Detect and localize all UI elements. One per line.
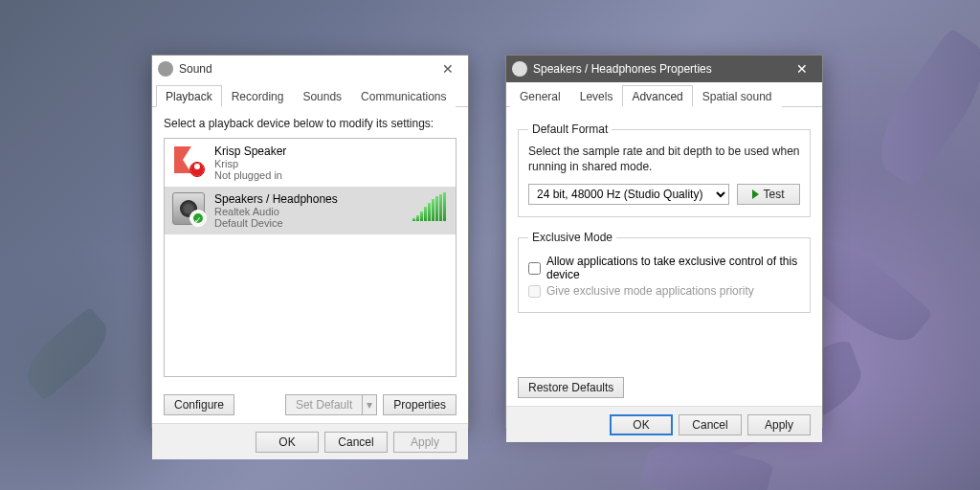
device-vendor: Krisp	[214, 158, 286, 169]
tabs: General Levels Advanced Spatial sound	[506, 84, 822, 107]
tab-recording[interactable]: Recording	[222, 85, 294, 107]
instruction-text: Select a playback device below to modify…	[164, 117, 457, 130]
apply-button[interactable]: Apply	[747, 414, 811, 435]
titlebar[interactable]: Sound ✕	[152, 56, 468, 82]
cancel-button[interactable]: Cancel	[324, 432, 388, 453]
default-check-icon: ✓	[191, 212, 205, 225]
tab-playback[interactable]: Playback	[156, 85, 222, 107]
exclusive-control-checkbox[interactable]: Allow applications to take exclusive con…	[528, 255, 800, 281]
device-name: Speakers / Headphones	[214, 192, 338, 206]
test-button[interactable]: Test	[737, 184, 800, 205]
exclusive-mode-group: Exclusive Mode Allow applications to tak…	[518, 231, 811, 313]
properties-button[interactable]: Properties	[383, 394, 457, 415]
speaker-icon	[158, 61, 173, 77]
device-name: Krisp Speaker	[214, 145, 286, 158]
exclusive-priority-checkbox[interactable]: Give exclusive mode applications priorit…	[528, 284, 800, 298]
default-format-desc: Select the sample rate and bit depth to …	[528, 144, 800, 174]
device-list[interactable]: Krisp Speaker Krisp Not plugged in ✓ Spe…	[164, 138, 457, 377]
cancel-button[interactable]: Cancel	[679, 414, 742, 435]
speaker-icon	[512, 61, 527, 77]
tab-sounds[interactable]: Sounds	[293, 85, 351, 107]
tab-communications[interactable]: Communications	[351, 85, 456, 107]
window-title: Speakers / Headphones Properties	[533, 62, 788, 76]
ok-button[interactable]: OK	[256, 432, 319, 453]
speakers-icon: ✓	[172, 192, 205, 225]
device-row[interactable]: Krisp Speaker Krisp Not plugged in	[165, 139, 456, 187]
close-icon[interactable]: ✕	[788, 61, 816, 77]
titlebar[interactable]: Speakers / Headphones Properties ✕	[506, 56, 822, 82]
default-format-group: Default Format Select the sample rate an…	[518, 122, 811, 217]
ok-button[interactable]: OK	[610, 414, 673, 435]
tab-advanced[interactable]: Advanced	[622, 85, 692, 107]
exclusive-mode-legend: Exclusive Mode	[528, 231, 616, 244]
restore-defaults-button[interactable]: Restore Defaults	[518, 377, 624, 398]
tab-levels[interactable]: Levels	[570, 85, 623, 107]
configure-button[interactable]: Configure	[164, 394, 234, 415]
sound-window: Sound ✕ Playback Recording Sounds Commun…	[151, 55, 469, 428]
tab-general[interactable]: General	[510, 85, 570, 107]
properties-window: Speakers / Headphones Properties ✕ Gener…	[505, 55, 823, 428]
set-default-button[interactable]: Set Default ▾	[285, 394, 377, 415]
tab-spatial[interactable]: Spatial sound	[693, 85, 782, 107]
default-format-legend: Default Format	[528, 122, 612, 136]
device-vendor: Realtek Audio	[214, 206, 338, 217]
device-row[interactable]: ✓ Speakers / Headphones Realtek Audio De…	[165, 187, 456, 234]
format-select[interactable]: 24 bit, 48000 Hz (Studio Quality)	[528, 184, 729, 205]
window-title: Sound	[179, 62, 434, 76]
chevron-down-icon[interactable]: ▾	[362, 394, 377, 415]
level-meter-icon	[412, 192, 448, 221]
device-status: Default Device	[214, 217, 338, 229]
apply-button[interactable]: Apply	[393, 432, 457, 453]
close-icon[interactable]: ✕	[434, 61, 462, 77]
krisp-speaker-icon	[172, 145, 205, 177]
device-status: Not plugged in	[214, 169, 286, 181]
tabs: Playback Recording Sounds Communications	[152, 84, 468, 107]
